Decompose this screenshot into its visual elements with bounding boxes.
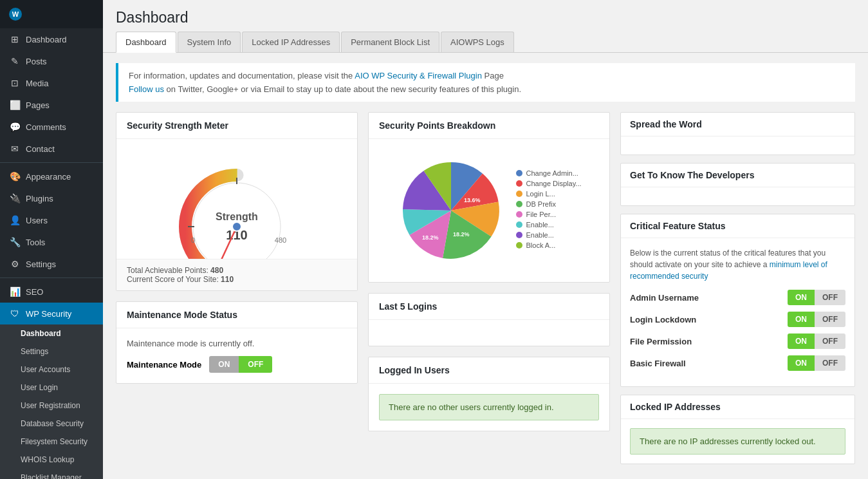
tab-dashboard[interactable]: Dashboard [116, 32, 176, 53]
contact-icon: ✉ [9, 144, 21, 154]
info-line-2: Follow us on Twitter, Google+ or via Ema… [129, 84, 845, 94]
sidebar-item-label: WP Security [26, 309, 71, 319]
sidebar-item-posts[interactable]: ✎ Posts [0, 50, 103, 72]
follow-link[interactable]: Follow us [129, 84, 164, 94]
sidebar-item-tools[interactable]: 🔧 Tools [0, 231, 103, 253]
tab-system-info[interactable]: System Info [178, 32, 241, 52]
sidebar-item-label: Dashboard [26, 35, 67, 44]
submenu-item-user-login[interactable]: User Login [0, 379, 103, 397]
legend-dot-2 [516, 180, 522, 187]
sidebar-item-dashboard[interactable]: ⊞ Dashboard [0, 28, 103, 50]
maintenance-toggle-row: Maintenance Mode ON OFF [127, 356, 347, 373]
security-strength-title: Security Strength Meter [116, 113, 357, 139]
tab-permanent-block[interactable]: Permanent Block List [341, 32, 439, 52]
maintenance-mode-label: Maintenance Mode [127, 360, 201, 370]
toggle-off-btn[interactable]: OFF [239, 356, 272, 373]
wp-security-icon: 🛡 [9, 308, 21, 319]
security-breakdown-body: 13.6% 18.2% 18.2% Change Admin... C [369, 139, 609, 282]
file-permission-toggle: ON OFF [788, 333, 845, 349]
page-title: Dashboard [103, 0, 868, 32]
sidebar-item-seo[interactable]: 📊 SEO [0, 281, 103, 303]
sidebar-item-label: Settings [26, 259, 56, 269]
submenu-item-user-accounts[interactable]: User Accounts [0, 361, 103, 379]
svg-text:18.2%: 18.2% [453, 231, 470, 238]
sidebar-logo: W [0, 0, 103, 28]
critical-feature-body: Below is the current status of the criti… [621, 238, 854, 386]
file-permission-on[interactable]: ON [788, 333, 815, 349]
sidebar-item-media[interactable]: ⊡ Media [0, 72, 103, 94]
critical-feature-desc: Below is the current status of the criti… [630, 247, 845, 282]
sidebar-item-comments[interactable]: 💬 Comments [0, 116, 103, 138]
get-to-know-body [621, 187, 854, 205]
locked-ip-body: There are no IP addresses currently lock… [621, 419, 854, 464]
current-score: Current Score of Your Site: 110 [127, 275, 347, 284]
tabs-bar: Dashboard System Info Locked IP Addresse… [103, 32, 868, 53]
sidebar-item-contact[interactable]: ✉ Contact [0, 138, 103, 160]
critical-feature-title: Critical Feature Status [621, 214, 854, 238]
appearance-icon: 🎨 [9, 171, 21, 182]
login-lockdown-on[interactable]: ON [788, 312, 815, 327]
admin-username-off[interactable]: OFF [815, 290, 845, 305]
file-permission-off[interactable]: OFF [815, 333, 845, 349]
basic-firewall-on[interactable]: ON [788, 355, 815, 371]
submenu-item-whois-lookup[interactable]: WHOIS Lookup [0, 451, 103, 469]
security-strength-card: Security Strength Meter [116, 112, 358, 291]
critical-feature-card: Critical Feature Status Below is the cur… [620, 214, 855, 387]
middle-column: Security Points Breakdown [368, 112, 610, 472]
dashboard-icon: ⊞ [9, 34, 21, 44]
logged-in-users-message: There are no other users currently logge… [379, 394, 599, 420]
sidebar-item-wp-security[interactable]: 🛡 WP Security [0, 303, 103, 324]
tab-locked-ip[interactable]: Locked IP Addresses [242, 32, 340, 52]
sidebar-item-label: Posts [26, 57, 47, 66]
plugin-link[interactable]: AIO WP Security & Firewall Plugin [355, 71, 482, 80]
gauge-svg: Strength 110 0 480 [166, 156, 308, 259]
submenu-item-filesystem-security[interactable]: Filesystem Security [0, 433, 103, 451]
plugins-icon: 🔌 [9, 193, 21, 203]
maintenance-mode-card: Maintenance Mode Status Maintenance mode… [116, 301, 358, 384]
legend-item-8: Block A... [516, 241, 581, 249]
gauge-container: Strength 110 0 480 [127, 149, 347, 259]
admin-username-on[interactable]: ON [788, 290, 815, 305]
gauge-info: Total Achievable Points: 480 Current Sco… [116, 259, 357, 290]
locked-ip-message: There are no IP addresses currently lock… [630, 428, 845, 455]
users-icon: 👤 [9, 215, 21, 225]
login-lockdown-toggle: ON OFF [788, 312, 845, 327]
sidebar-item-users[interactable]: 👤 Users [0, 209, 103, 231]
main-content: Dashboard Dashboard System Info Locked I… [103, 0, 868, 479]
legend-item-5: File Per... [516, 211, 581, 218]
info-line-1: For information, updates and documentati… [129, 71, 845, 80]
sidebar: W ⊞ Dashboard ✎ Posts ⊡ Media ⬜ Pages 💬 … [0, 0, 103, 479]
legend-item-6: Enable... [516, 221, 581, 229]
legend-dot-1 [516, 170, 522, 176]
file-permission-label: File Permission [630, 337, 692, 346]
submenu-item-user-registration[interactable]: User Registration [0, 397, 103, 415]
basic-firewall-off[interactable]: OFF [815, 355, 845, 371]
sidebar-item-label: Contact [26, 144, 55, 154]
total-achievable: Total Achievable Points: 480 [127, 266, 347, 275]
sidebar-item-plugins[interactable]: 🔌 Plugins [0, 187, 103, 209]
pie-wrapper: 13.6% 18.2% 18.2% Change Admin... C [379, 149, 599, 272]
pie-legend: Change Admin... Change Display... Login … [516, 169, 581, 252]
svg-point-10 [232, 222, 241, 231]
get-to-know-title: Get To Know The Developers [621, 164, 854, 187]
logged-in-users-body: There are no other users currently logge… [369, 384, 609, 431]
sidebar-item-label: Comments [26, 122, 66, 132]
maintenance-mode-body: Maintenance mode is currently off. Maint… [116, 328, 357, 383]
seo-icon: 📊 [9, 286, 21, 297]
submenu-item-settings[interactable]: Settings [0, 343, 103, 361]
submenu-item-dashboard[interactable]: Dashboard [0, 324, 103, 343]
login-lockdown-off[interactable]: OFF [815, 312, 845, 327]
wp-logo-icon: W [9, 8, 22, 21]
legend-item-1: Change Admin... [516, 169, 581, 177]
legend-dot-6 [516, 221, 522, 228]
sidebar-item-appearance[interactable]: 🎨 Appearance [0, 165, 103, 187]
sidebar-item-label: Plugins [26, 194, 53, 203]
login-lockdown-label: Login Lockdown [630, 315, 696, 324]
security-breakdown-card: Security Points Breakdown [368, 112, 610, 283]
submenu-item-database-security[interactable]: Database Security [0, 415, 103, 433]
tab-aiowps-logs[interactable]: AIOWPS Logs [441, 32, 514, 52]
sidebar-item-settings[interactable]: ⚙ Settings [0, 253, 103, 275]
sidebar-item-pages[interactable]: ⬜ Pages [0, 94, 103, 116]
submenu-item-blacklist-manager[interactable]: Blacklist Manager [0, 469, 103, 479]
toggle-on-btn[interactable]: ON [209, 356, 239, 373]
